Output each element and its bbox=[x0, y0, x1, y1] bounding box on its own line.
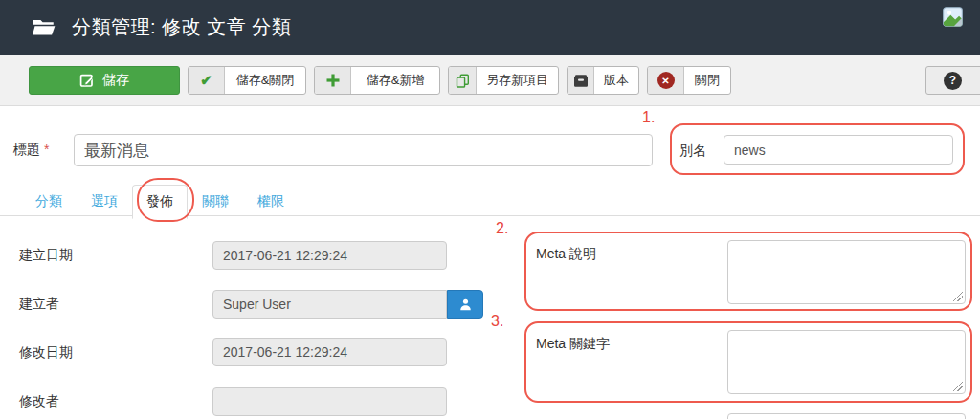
meta-keywords-label: Meta 關鍵字 bbox=[536, 336, 610, 353]
tab-associations[interactable]: 關聯 bbox=[188, 185, 243, 219]
modified-date-label: 修改日期 bbox=[19, 344, 73, 362]
title-input[interactable] bbox=[74, 134, 653, 166]
tab-permissions[interactable]: 權限 bbox=[243, 185, 299, 219]
close-circle-icon: ✕ bbox=[648, 67, 684, 94]
help-button[interactable]: ? bbox=[925, 66, 980, 95]
tab-bar: 分類 選項 發佈 關聯 權限 bbox=[21, 185, 299, 219]
annotation-number-1: 1. bbox=[642, 109, 655, 126]
tab-options[interactable]: 選項 bbox=[77, 185, 132, 219]
check-icon: ✔ bbox=[189, 67, 225, 94]
created-by-label: 建立者 bbox=[19, 296, 59, 313]
save-button-label: 儲存 bbox=[102, 72, 129, 89]
save-new-label: 儲存&新增 bbox=[351, 72, 439, 89]
folder-open-icon bbox=[32, 15, 56, 40]
alias-field-label: 別名 bbox=[679, 143, 706, 160]
meta-keywords-textarea[interactable] bbox=[727, 330, 966, 394]
save-copy-button[interactable]: 另存新項目 bbox=[448, 66, 559, 95]
save-close-button[interactable]: ✔ 儲存&關閉 bbox=[188, 66, 306, 95]
annotation-number-3: 3. bbox=[491, 313, 503, 330]
modified-date-input[interactable] bbox=[212, 338, 447, 366]
help-icon: ? bbox=[944, 72, 962, 90]
save-copy-label: 另存新項目 bbox=[477, 72, 558, 89]
modified-by-input[interactable] bbox=[212, 387, 447, 416]
versions-label: 版本 bbox=[594, 72, 638, 89]
annotation-number-2: 2. bbox=[496, 220, 508, 237]
title-field-label: 標題 * bbox=[13, 142, 49, 159]
broken-image-icon bbox=[943, 7, 963, 31]
resize-grip-icon[interactable] bbox=[953, 292, 963, 301]
toolbar: 儲存 ✔ 儲存&關閉 儲存&新增 bbox=[0, 55, 980, 106]
meta-description-label: Meta 說明 bbox=[536, 246, 596, 263]
save-close-label: 儲存&關閉 bbox=[225, 72, 305, 89]
versions-button[interactable]: 版本 bbox=[567, 66, 639, 95]
user-icon bbox=[458, 298, 473, 312]
page-title: 分類管理: 修改 文章 分類 bbox=[72, 14, 291, 40]
next-field-input-partial[interactable] bbox=[727, 413, 966, 419]
admin-header: 分類管理: 修改 文章 分類 bbox=[0, 0, 980, 55]
save-pencil-square-icon bbox=[79, 73, 95, 88]
select-user-button[interactable] bbox=[447, 290, 483, 319]
archive-icon bbox=[568, 67, 594, 94]
created-date-input[interactable] bbox=[212, 241, 447, 270]
alias-input[interactable] bbox=[724, 135, 953, 165]
created-by-input[interactable] bbox=[212, 290, 447, 319]
save-new-button[interactable]: 儲存&新增 bbox=[314, 66, 440, 95]
created-date-label: 建立日期 bbox=[19, 247, 73, 264]
resize-grip-icon[interactable] bbox=[953, 382, 963, 391]
category-edit-page: 分類管理: 修改 文章 分類 儲存 ✔ bbox=[0, 0, 980, 419]
meta-description-textarea[interactable] bbox=[727, 240, 966, 304]
tab-publishing[interactable]: 發佈 bbox=[132, 185, 188, 219]
close-button[interactable]: ✕ 關閉 bbox=[647, 66, 731, 95]
plus-icon bbox=[315, 67, 351, 94]
save-button[interactable]: 儲存 bbox=[29, 66, 180, 95]
copy-icon bbox=[449, 67, 477, 94]
tab-category[interactable]: 分類 bbox=[21, 185, 77, 219]
toolbar-button-group: 儲存 ✔ 儲存&關閉 儲存&新增 bbox=[29, 66, 731, 95]
close-label: 關閉 bbox=[684, 72, 730, 89]
required-asterisk: * bbox=[44, 142, 49, 157]
modified-by-label: 修改者 bbox=[19, 393, 59, 410]
